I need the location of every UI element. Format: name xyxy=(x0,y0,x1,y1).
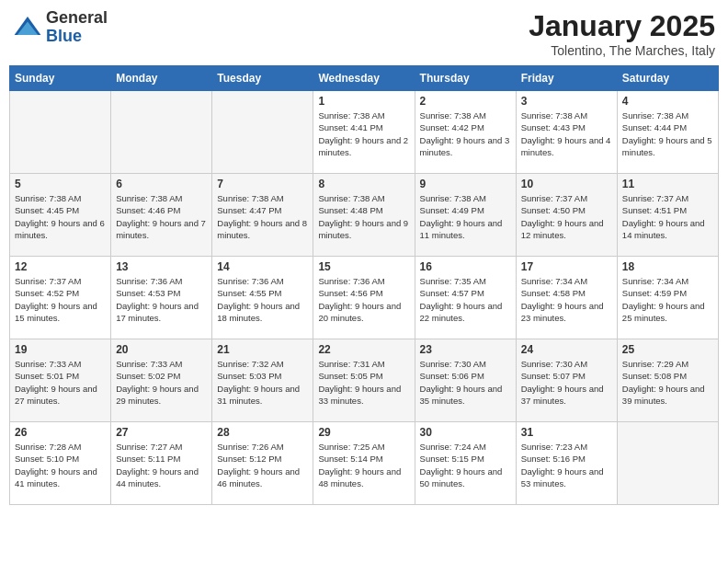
day-number: 27 xyxy=(116,426,207,439)
calendar-cell: 9Sunrise: 7:38 AM Sunset: 4:49 PM Daylig… xyxy=(415,174,516,257)
day-info: Sunrise: 7:29 AM Sunset: 5:08 PM Dayligh… xyxy=(622,358,713,407)
day-info: Sunrise: 7:37 AM Sunset: 4:52 PM Dayligh… xyxy=(15,275,106,324)
day-info: Sunrise: 7:28 AM Sunset: 5:10 PM Dayligh… xyxy=(15,441,106,489)
calendar-cell: 27Sunrise: 7:27 AM Sunset: 5:11 PM Dayli… xyxy=(111,422,212,505)
calendar-cell xyxy=(617,422,718,505)
day-number: 25 xyxy=(622,343,713,356)
day-number: 8 xyxy=(318,178,409,190)
day-number: 19 xyxy=(15,343,106,356)
day-info: Sunrise: 7:36 AM Sunset: 4:55 PM Dayligh… xyxy=(217,275,308,324)
weekday-header: Monday xyxy=(111,66,212,91)
calendar-cell xyxy=(212,91,313,174)
day-info: Sunrise: 7:36 AM Sunset: 4:56 PM Dayligh… xyxy=(318,275,409,324)
calendar-cell: 25Sunrise: 7:29 AM Sunset: 5:08 PM Dayli… xyxy=(617,339,718,422)
day-info: Sunrise: 7:38 AM Sunset: 4:49 PM Dayligh… xyxy=(420,192,511,241)
calendar-cell: 26Sunrise: 7:28 AM Sunset: 5:10 PM Dayli… xyxy=(10,422,111,505)
calendar-week-row: 26Sunrise: 7:28 AM Sunset: 5:10 PM Dayli… xyxy=(10,422,719,505)
calendar-cell: 13Sunrise: 7:36 AM Sunset: 4:53 PM Dayli… xyxy=(111,257,212,339)
calendar-cell: 22Sunrise: 7:31 AM Sunset: 5:05 PM Dayli… xyxy=(313,339,415,422)
calendar-cell: 18Sunrise: 7:34 AM Sunset: 4:59 PM Dayli… xyxy=(617,257,718,339)
day-info: Sunrise: 7:26 AM Sunset: 5:12 PM Dayligh… xyxy=(217,441,308,489)
calendar-cell: 2Sunrise: 7:38 AM Sunset: 4:42 PM Daylig… xyxy=(415,91,516,174)
day-number: 9 xyxy=(420,178,511,190)
day-info: Sunrise: 7:33 AM Sunset: 5:02 PM Dayligh… xyxy=(116,358,207,407)
calendar-cell: 28Sunrise: 7:26 AM Sunset: 5:12 PM Dayli… xyxy=(212,422,313,505)
day-number: 29 xyxy=(318,426,409,439)
day-number: 4 xyxy=(622,95,713,108)
calendar-cell xyxy=(10,91,111,174)
weekday-header: Thursday xyxy=(415,66,516,91)
weekday-header: Wednesday xyxy=(313,66,415,91)
calendar-cell: 6Sunrise: 7:38 AM Sunset: 4:46 PM Daylig… xyxy=(111,174,212,257)
calendar-cell: 21Sunrise: 7:32 AM Sunset: 5:03 PM Dayli… xyxy=(212,339,313,422)
day-info: Sunrise: 7:32 AM Sunset: 5:03 PM Dayligh… xyxy=(217,358,308,407)
day-number: 11 xyxy=(622,178,713,190)
calendar-cell: 29Sunrise: 7:25 AM Sunset: 5:14 PM Dayli… xyxy=(313,422,415,505)
weekday-header-row: SundayMondayTuesdayWednesdayThursdayFrid… xyxy=(10,66,719,91)
day-number: 18 xyxy=(622,260,713,273)
day-number: 6 xyxy=(116,178,207,190)
day-number: 2 xyxy=(420,95,511,108)
day-info: Sunrise: 7:38 AM Sunset: 4:47 PM Dayligh… xyxy=(217,192,308,241)
calendar: SundayMondayTuesdayWednesdayThursdayFrid… xyxy=(9,65,719,505)
day-number: 15 xyxy=(318,260,409,273)
calendar-cell: 1Sunrise: 7:38 AM Sunset: 4:41 PM Daylig… xyxy=(313,91,415,174)
weekday-header: Tuesday xyxy=(212,66,313,91)
calendar-cell xyxy=(111,91,212,174)
calendar-cell: 11Sunrise: 7:37 AM Sunset: 4:51 PM Dayli… xyxy=(617,174,718,257)
weekday-header: Saturday xyxy=(617,66,718,91)
calendar-cell: 20Sunrise: 7:33 AM Sunset: 5:02 PM Dayli… xyxy=(111,339,212,422)
day-number: 22 xyxy=(318,343,409,356)
day-number: 20 xyxy=(116,343,207,356)
day-number: 5 xyxy=(15,178,106,190)
day-number: 21 xyxy=(217,343,308,356)
calendar-cell: 14Sunrise: 7:36 AM Sunset: 4:55 PM Dayli… xyxy=(212,257,313,339)
calendar-week-row: 12Sunrise: 7:37 AM Sunset: 4:52 PM Dayli… xyxy=(10,257,719,339)
title-block: January 2025 Tolentino, The Marches, Ita… xyxy=(529,9,715,58)
calendar-cell: 8Sunrise: 7:38 AM Sunset: 4:48 PM Daylig… xyxy=(313,174,415,257)
calendar-cell: 15Sunrise: 7:36 AM Sunset: 4:56 PM Dayli… xyxy=(313,257,415,339)
day-info: Sunrise: 7:23 AM Sunset: 5:16 PM Dayligh… xyxy=(521,441,612,489)
calendar-cell: 23Sunrise: 7:30 AM Sunset: 5:06 PM Dayli… xyxy=(415,339,516,422)
day-number: 3 xyxy=(521,95,612,108)
calendar-cell: 3Sunrise: 7:38 AM Sunset: 4:43 PM Daylig… xyxy=(516,91,617,174)
day-number: 10 xyxy=(521,178,612,190)
day-number: 17 xyxy=(521,260,612,273)
calendar-cell: 12Sunrise: 7:37 AM Sunset: 4:52 PM Dayli… xyxy=(10,257,111,339)
day-number: 13 xyxy=(116,260,207,273)
calendar-cell: 19Sunrise: 7:33 AM Sunset: 5:01 PM Dayli… xyxy=(10,339,111,422)
logo-icon xyxy=(13,13,42,42)
calendar-cell: 4Sunrise: 7:38 AM Sunset: 4:44 PM Daylig… xyxy=(617,91,718,174)
day-info: Sunrise: 7:37 AM Sunset: 4:51 PM Dayligh… xyxy=(622,192,713,241)
calendar-cell: 17Sunrise: 7:34 AM Sunset: 4:58 PM Dayli… xyxy=(516,257,617,339)
day-info: Sunrise: 7:37 AM Sunset: 4:50 PM Dayligh… xyxy=(521,192,612,241)
day-info: Sunrise: 7:35 AM Sunset: 4:57 PM Dayligh… xyxy=(420,275,511,324)
month-title: January 2025 xyxy=(529,9,715,43)
day-info: Sunrise: 7:38 AM Sunset: 4:45 PM Dayligh… xyxy=(15,192,106,241)
day-number: 16 xyxy=(420,260,511,273)
day-number: 26 xyxy=(15,426,106,439)
day-info: Sunrise: 7:36 AM Sunset: 4:53 PM Dayligh… xyxy=(116,275,207,324)
day-info: Sunrise: 7:38 AM Sunset: 4:44 PM Dayligh… xyxy=(622,109,713,158)
day-info: Sunrise: 7:27 AM Sunset: 5:11 PM Dayligh… xyxy=(116,441,207,489)
calendar-cell: 7Sunrise: 7:38 AM Sunset: 4:47 PM Daylig… xyxy=(212,174,313,257)
day-number: 23 xyxy=(420,343,511,356)
calendar-week-row: 19Sunrise: 7:33 AM Sunset: 5:01 PM Dayli… xyxy=(10,339,719,422)
day-info: Sunrise: 7:34 AM Sunset: 4:59 PM Dayligh… xyxy=(622,275,713,324)
day-info: Sunrise: 7:34 AM Sunset: 4:58 PM Dayligh… xyxy=(521,275,612,324)
calendar-cell: 31Sunrise: 7:23 AM Sunset: 5:16 PM Dayli… xyxy=(516,422,617,505)
day-info: Sunrise: 7:38 AM Sunset: 4:41 PM Dayligh… xyxy=(318,109,409,158)
day-info: Sunrise: 7:31 AM Sunset: 5:05 PM Dayligh… xyxy=(318,358,409,407)
day-number: 7 xyxy=(217,178,308,190)
day-number: 12 xyxy=(15,260,106,273)
day-info: Sunrise: 7:25 AM Sunset: 5:14 PM Dayligh… xyxy=(318,441,409,489)
day-number: 14 xyxy=(217,260,308,273)
weekday-header: Friday xyxy=(516,66,617,91)
day-number: 31 xyxy=(521,426,612,439)
logo: General Blue xyxy=(13,9,108,46)
calendar-cell: 16Sunrise: 7:35 AM Sunset: 4:57 PM Dayli… xyxy=(415,257,516,339)
day-info: Sunrise: 7:38 AM Sunset: 4:48 PM Dayligh… xyxy=(318,192,409,241)
logo-blue: Blue xyxy=(46,28,108,46)
calendar-cell: 24Sunrise: 7:30 AM Sunset: 5:07 PM Dayli… xyxy=(516,339,617,422)
day-info: Sunrise: 7:30 AM Sunset: 5:06 PM Dayligh… xyxy=(420,358,511,407)
